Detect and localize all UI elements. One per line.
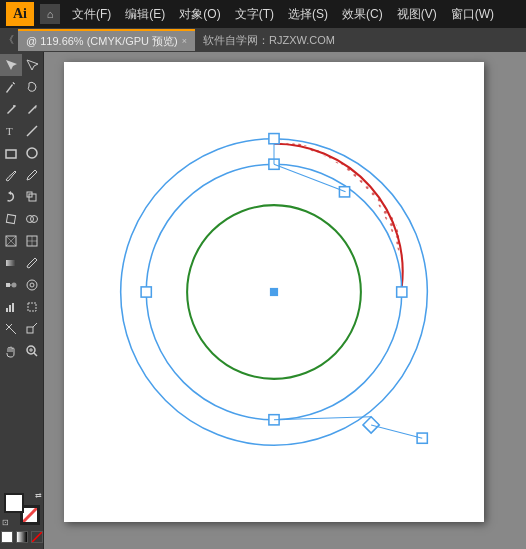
canvas-area[interactable] <box>44 52 526 549</box>
tool-eyedropper[interactable] <box>22 252 44 274</box>
site-label: 软件自学网：RJZXW.COM <box>203 33 335 48</box>
tool-select[interactable] <box>0 54 22 76</box>
tool-blend[interactable] <box>0 274 22 296</box>
svg-point-5 <box>27 148 37 158</box>
tool-hand[interactable] <box>0 340 22 362</box>
menu-effect[interactable]: 效果(C) <box>336 4 389 25</box>
center-point <box>270 288 278 296</box>
tool-scale[interactable] <box>22 186 44 208</box>
svg-rect-23 <box>6 308 8 312</box>
fill-stroke-control[interactable]: ⇄ ⊡ <box>4 493 40 525</box>
tool-line[interactable] <box>22 120 44 142</box>
tool-lasso[interactable] <box>22 76 44 98</box>
tool-artboard[interactable] <box>22 296 44 318</box>
tool-free-transform[interactable] <box>0 208 22 230</box>
tool-mesh[interactable] <box>22 230 44 252</box>
tool-add-anchor[interactable]: + <box>22 98 44 120</box>
artwork-svg <box>64 62 484 522</box>
svg-rect-17 <box>6 260 16 266</box>
menu-window[interactable]: 窗口(W) <box>445 4 500 25</box>
tool-magic-wand[interactable] <box>0 76 22 98</box>
svg-text:T: T <box>6 125 13 137</box>
menu-edit[interactable]: 编辑(E) <box>119 4 171 25</box>
svg-rect-24 <box>9 305 11 312</box>
tool-perspective[interactable] <box>0 230 22 252</box>
control-point-left[interactable] <box>141 287 151 297</box>
main-layout: + T <box>0 52 526 549</box>
svg-rect-27 <box>27 327 33 333</box>
control-point-end[interactable] <box>417 433 427 443</box>
tool-paintbrush[interactable] <box>0 164 22 186</box>
color-mode-gradient[interactable] <box>16 531 28 543</box>
color-mode-solid[interactable] <box>1 531 13 543</box>
tab-label: @ 119.66% (CMYK/GPU 预览) <box>26 34 178 49</box>
menu-view[interactable]: 视图(V) <box>391 4 443 25</box>
tool-pen[interactable] <box>0 98 22 120</box>
bezier-handle-diamond[interactable] <box>363 417 379 433</box>
svg-line-32 <box>23 508 37 522</box>
menu-file[interactable]: 文件(F) <box>66 4 117 25</box>
menu-bar: 文件(F) 编辑(E) 对象(O) 文字(T) 选择(S) 效果(C) 视图(V… <box>66 4 500 25</box>
title-bar: Ai ⌂ 文件(F) 编辑(E) 对象(O) 文字(T) 选择(S) 效果(C)… <box>0 0 526 28</box>
artboard <box>64 62 484 522</box>
svg-line-29 <box>34 353 37 356</box>
tool-slice[interactable] <box>0 318 22 340</box>
svg-rect-8 <box>6 214 15 223</box>
tool-gradient[interactable] <box>0 252 22 274</box>
tab-close-button[interactable]: × <box>182 36 187 46</box>
handle-line-1 <box>274 164 346 192</box>
tool-symbol[interactable] <box>22 274 44 296</box>
svg-point-22 <box>30 283 34 287</box>
ai-logo: Ai <box>6 2 34 26</box>
tab-bar: 《 @ 119.66% (CMYK/GPU 预览) × 软件自学网：RJZXW.… <box>0 28 526 52</box>
handle-line-3 <box>371 425 422 438</box>
svg-text:+: + <box>34 104 37 110</box>
svg-rect-18 <box>6 283 10 287</box>
color-mode-none[interactable] <box>31 531 43 543</box>
svg-point-19 <box>11 283 16 288</box>
svg-rect-26 <box>28 303 36 311</box>
tool-pencil[interactable] <box>22 164 44 186</box>
svg-point-0 <box>13 105 15 107</box>
svg-line-34 <box>32 532 42 542</box>
color-controls: ⇄ ⊡ <box>1 489 43 547</box>
svg-rect-33 <box>17 532 27 542</box>
tool-direct-select[interactable] <box>22 54 44 76</box>
active-tab[interactable]: @ 119.66% (CMYK/GPU 预览) × <box>18 29 195 51</box>
tool-ellipse[interactable] <box>22 142 44 164</box>
tool-rotate[interactable] <box>0 186 22 208</box>
tab-arrows[interactable]: 《 <box>4 33 14 47</box>
tool-zoom[interactable] <box>22 340 44 362</box>
swap-colors-icon[interactable]: ⇄ <box>35 491 42 500</box>
svg-line-3 <box>27 126 37 136</box>
svg-rect-25 <box>12 303 14 312</box>
control-point-top-outer[interactable] <box>269 134 279 144</box>
svg-point-21 <box>27 280 37 290</box>
fill-color[interactable] <box>4 493 24 513</box>
control-point-right[interactable] <box>397 287 407 297</box>
toolbar: + T <box>0 52 44 549</box>
color-mode-row <box>1 531 43 543</box>
tool-rect[interactable] <box>0 142 22 164</box>
svg-rect-4 <box>6 150 16 158</box>
tool-shape-builder[interactable] <box>22 208 44 230</box>
menu-select[interactable]: 选择(S) <box>282 4 334 25</box>
menu-object[interactable]: 对象(O) <box>173 4 226 25</box>
tool-graph[interactable] <box>0 296 22 318</box>
menu-text[interactable]: 文字(T) <box>229 4 280 25</box>
tool-type[interactable]: T <box>0 120 22 142</box>
home-icon[interactable]: ⌂ <box>40 4 60 24</box>
default-colors-icon[interactable]: ⊡ <box>2 518 9 527</box>
tool-slice-select[interactable] <box>22 318 44 340</box>
